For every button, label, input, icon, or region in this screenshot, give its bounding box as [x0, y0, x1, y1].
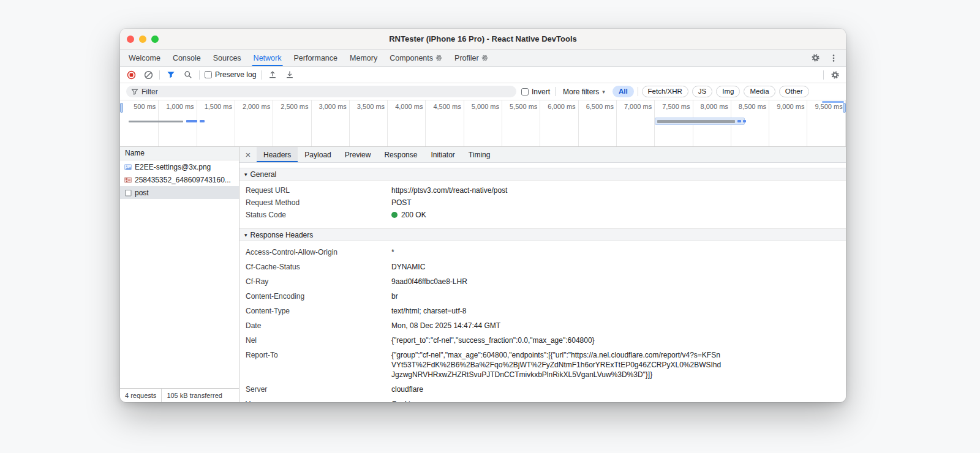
header-row: Cf-Cache-StatusDYNAMIC [239, 260, 846, 274]
header-name: Report-To [239, 350, 391, 360]
timeline-tick-label: 9,500 ms [800, 103, 843, 110]
timeline-tick-label: 3,500 ms [342, 103, 385, 110]
preserve-log-label: Preserve log [215, 70, 256, 79]
timeline-tick-label: 9,000 ms [761, 103, 804, 110]
tab-network[interactable]: Network [247, 50, 288, 66]
clear-icon[interactable] [142, 69, 154, 81]
detail-tab-response[interactable]: Response [377, 147, 424, 162]
overview-left-grip[interactable] [120, 103, 123, 113]
timeline-tick-label: 1,500 ms [189, 103, 232, 110]
headers-view: ▾ General Request URLhttps://ptsv3.com/t… [239, 163, 846, 402]
tab-console[interactable]: Console [167, 50, 207, 66]
timeline-tick-label: 7,000 ms [609, 103, 652, 110]
requests-panel: Name E2EE-settings@3x.png258435352_64860… [120, 147, 239, 402]
request-row-258435352-648609743160[interactable]: 258435352_648609743160... [120, 173, 239, 186]
disclosure-icon: ▾ [244, 168, 247, 181]
request-detail-panel: × HeadersPayloadPreviewResponseInitiator… [239, 147, 846, 402]
preserve-log-checkbox[interactable] [205, 71, 212, 78]
name-column-header[interactable]: Name [120, 147, 239, 160]
invert-toggle[interactable]: Invert [521, 88, 550, 96]
header-name: Status Code [239, 209, 391, 221]
filter-chip-fetch-xhr[interactable]: Fetch/XHR [642, 86, 688, 97]
detail-tab-preview[interactable]: Preview [338, 147, 378, 162]
tab-welcome[interactable]: Welcome [123, 50, 167, 66]
tab-profiler[interactable]: Profiler [448, 50, 494, 66]
request-row-post[interactable]: post [120, 186, 239, 199]
filter-input[interactable] [141, 88, 511, 96]
header-value: 9aad0f46ffbc0ae8-LHR [391, 277, 467, 286]
filter-chip-img[interactable]: Img [716, 86, 740, 97]
detail-tab-headers[interactable]: Headers [257, 147, 298, 162]
network-overview-timeline[interactable]: 500 ms1,000 ms1,500 ms2,000 ms2,500 ms3,… [120, 100, 846, 147]
main-tabs: WelcomeConsoleSourcesNetworkPerformanceM… [123, 50, 803, 66]
header-value: DYNAMIC [391, 262, 425, 272]
close-icon[interactable]: × [239, 147, 257, 162]
filter-input-icon [131, 88, 138, 95]
header-row: Status Code200 OK [239, 209, 846, 221]
timeline-tick-label: 2,000 ms [227, 103, 270, 110]
traffic-lights [127, 36, 159, 43]
timeline-tick-label: 4,500 ms [418, 103, 461, 110]
menu-icon[interactable] [827, 52, 840, 64]
timeline-tick-label: 1,000 ms [151, 103, 194, 110]
search-icon[interactable] [182, 69, 194, 81]
timeline-tick-label: 5,500 ms [494, 103, 537, 110]
status-ok-dot [391, 212, 398, 218]
close-window-button[interactable] [127, 36, 134, 43]
profiler-tab-label: Profiler [454, 54, 479, 62]
import-har-icon[interactable] [266, 69, 279, 81]
detail-tab-timing[interactable]: Timing [462, 147, 497, 162]
overview-right-grip[interactable] [843, 103, 846, 113]
waterfall-bar [737, 120, 741, 122]
network-content: Name E2EE-settings@3x.png258435352_64860… [120, 147, 846, 402]
tab-performance[interactable]: Performance [287, 50, 344, 66]
header-name: Vary [239, 399, 391, 402]
divider [261, 70, 262, 80]
detail-tab-strip: × HeadersPayloadPreviewResponseInitiator… [239, 147, 846, 163]
tab-memory[interactable]: Memory [344, 50, 383, 66]
timeline-tick-label: 2,500 ms [266, 103, 309, 110]
performance-tab-label: Performance [293, 54, 337, 62]
waterfall-bar [129, 121, 184, 122]
network-tab-label: Network [254, 54, 282, 62]
general-section-header[interactable]: ▾ General [239, 168, 846, 181]
header-name: Cf-Ray [239, 277, 391, 286]
filter-chip-all[interactable]: All [612, 86, 634, 97]
more-filters-button[interactable]: More filters ▾ [560, 88, 608, 96]
overview-scroll-indicator[interactable] [822, 101, 844, 103]
filter-input-box[interactable] [126, 86, 516, 97]
header-name: Content-Type [239, 306, 391, 316]
header-row: Content-Encodingbr [239, 289, 846, 304]
header-name: Nel [239, 335, 391, 345]
general-section: ▾ General Request URLhttps://ptsv3.com/t… [239, 168, 846, 221]
detail-tab-payload[interactable]: Payload [298, 147, 337, 162]
response-headers-section-header[interactable]: ▾ Response Headers [239, 228, 846, 241]
tab-sources[interactable]: Sources [207, 50, 247, 66]
filter-chip-js[interactable]: JS [692, 86, 712, 97]
export-har-icon[interactable] [284, 69, 296, 81]
transferred-size: 105 kB transferred [162, 389, 227, 402]
record-icon[interactable] [125, 69, 137, 81]
zoom-window-button[interactable] [151, 36, 159, 43]
divider [638, 87, 638, 96]
timeline-tick-label: 500 ms [120, 103, 156, 110]
settings-icon[interactable] [809, 52, 821, 64]
waterfall-bar [186, 120, 197, 122]
network-settings-icon[interactable] [829, 69, 841, 81]
waterfall-bar [743, 120, 747, 122]
header-row: Servercloudflare [239, 382, 846, 397]
minimize-window-button[interactable] [139, 36, 146, 43]
invert-checkbox[interactable] [521, 88, 529, 95]
timeline-tick-label: 8,000 ms [685, 103, 728, 110]
react-icon [481, 54, 488, 61]
filter-toggle-icon[interactable] [165, 69, 177, 81]
request-list: E2EE-settings@3x.png258435352_6486097431… [120, 160, 239, 199]
detail-tab-initiator[interactable]: Initiator [424, 147, 461, 162]
filter-chip-media[interactable]: Media [744, 86, 775, 97]
filter-chip-other[interactable]: Other [779, 86, 809, 97]
request-row-e2ee-settings-3x-png[interactable]: E2EE-settings@3x.png [120, 160, 239, 173]
requests-count: 4 requests [120, 389, 162, 402]
timeline-tick-label: 7,500 ms [647, 103, 690, 110]
preserve-log-toggle[interactable]: Preserve log [205, 70, 256, 79]
tab-components[interactable]: Components [383, 50, 448, 66]
